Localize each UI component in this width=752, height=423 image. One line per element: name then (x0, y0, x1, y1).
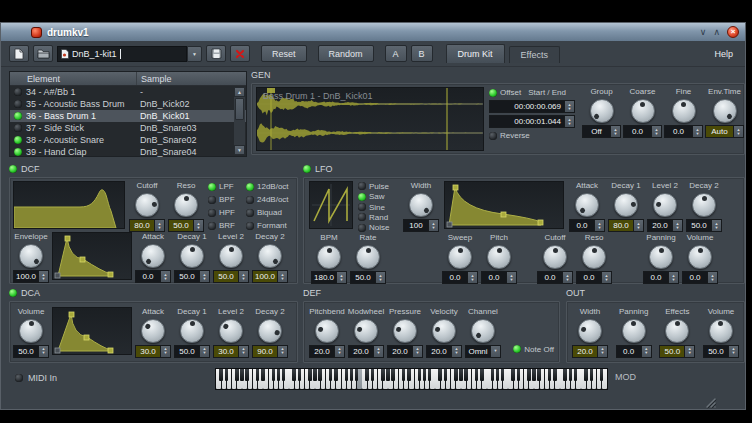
black-key[interactable] (240, 369, 244, 381)
black-key[interactable] (428, 369, 432, 381)
dca-led[interactable] (9, 289, 17, 297)
noise-radio[interactable]: Noise (358, 223, 398, 233)
black-key[interactable] (418, 369, 422, 381)
black-key[interactable] (532, 369, 536, 381)
black-key[interactable] (517, 369, 521, 381)
cutoff-knob[interactable] (135, 193, 159, 217)
spin-buttons[interactable]: ▲▼ (651, 126, 661, 137)
attack-value-field[interactable]: 0.0▲▼ (135, 270, 171, 283)
coarse-knob[interactable] (631, 99, 655, 123)
black-key[interactable] (563, 369, 567, 381)
element-row[interactable]: 37 - Side StickDnB_Snare03 (10, 122, 246, 134)
dcf-led[interactable] (9, 165, 17, 173)
black-key[interactable] (438, 369, 442, 381)
tab-effects[interactable]: Effects (509, 46, 560, 63)
resize-grip[interactable] (704, 396, 717, 409)
width-value-field[interactable]: 100▲▼ (403, 219, 439, 232)
sweep-knob[interactable] (448, 245, 472, 269)
spin-buttons[interactable]: ▲▼ (564, 101, 574, 112)
lfo-envelope-display[interactable] (444, 181, 564, 229)
black-key[interactable] (282, 369, 286, 381)
maximize-button[interactable]: ∧ (713, 28, 720, 37)
spin-buttons[interactable]: ▲▼ (412, 346, 422, 357)
decay-2-value-field[interactable]: 90.0▲▼ (252, 345, 288, 358)
note-off-led[interactable] (513, 345, 521, 353)
black-key[interactable] (329, 369, 333, 381)
minimize-button[interactable]: ∨ (700, 28, 707, 37)
spin-buttons[interactable]: ▲▼ (672, 220, 682, 231)
width-knob[interactable] (578, 319, 602, 343)
bpf-radio[interactable]: BPF (208, 194, 242, 205)
offset-led[interactable] (489, 89, 497, 97)
volume-knob[interactable] (709, 319, 733, 343)
level-2-knob[interactable] (219, 244, 243, 268)
black-key[interactable] (553, 369, 557, 381)
element-row[interactable]: 38 - Acoustic SnareDnB_Snare02 (10, 134, 246, 146)
envelope-knob[interactable] (19, 244, 43, 268)
pressure-value-field[interactable]: 20.0▲▼ (387, 345, 423, 358)
scrollbar-thumb[interactable] (235, 98, 244, 120)
spin-buttons[interactable]: ▲▼ (277, 346, 287, 357)
velocity-value-field[interactable]: 20.0▲▼ (426, 345, 462, 358)
black-key[interactable] (423, 369, 427, 381)
black-key[interactable] (391, 369, 395, 381)
a-button[interactable]: A (385, 45, 407, 62)
black-key[interactable] (261, 369, 265, 381)
spin-buttons[interactable]: ▲▼ (564, 116, 574, 127)
channel-knob[interactable] (471, 319, 495, 343)
group-knob[interactable] (590, 99, 614, 123)
spin-buttons[interactable]: ▲▼ (467, 272, 477, 283)
fine-value-field[interactable]: 0.0▲▼ (664, 125, 703, 138)
black-key[interactable] (496, 369, 500, 381)
spin-buttons[interactable]: ▲▼ (38, 346, 48, 357)
black-key[interactable] (464, 369, 468, 381)
bpm-knob[interactable] (317, 245, 341, 269)
lfo-wave-display[interactable] (309, 181, 353, 229)
width-knob[interactable] (409, 193, 433, 217)
black-key[interactable] (402, 369, 406, 381)
spin-buttons[interactable]: ▲▼ (594, 220, 604, 231)
volume-knob[interactable] (688, 245, 712, 269)
black-key[interactable] (444, 369, 448, 381)
spin-buttons[interactable]: ▲▼ (597, 346, 607, 357)
spin-buttons[interactable]: ▲▼ (728, 346, 738, 357)
black-key[interactable] (235, 369, 239, 381)
reverse-led[interactable] (489, 132, 497, 140)
scroll-down-arrow[interactable]: ▼ (234, 145, 245, 155)
coarse-value-field[interactable]: 0.0▲▼ (623, 125, 662, 138)
black-key[interactable] (318, 369, 322, 381)
decay-1-knob[interactable] (614, 193, 638, 217)
black-key[interactable] (350, 369, 354, 381)
env-time-value-field[interactable]: Auto▲▼ (705, 125, 744, 138)
level-2-value-field[interactable]: 30.0▲▼ (213, 345, 249, 358)
pitch-knob[interactable] (487, 245, 511, 269)
black-key[interactable] (277, 369, 281, 381)
black-key[interactable] (381, 369, 385, 381)
envelope-value-field[interactable]: 100.0▲▼ (13, 270, 49, 283)
column-sample[interactable]: Sample (137, 72, 235, 85)
black-key[interactable] (600, 369, 604, 381)
black-key[interactable] (355, 369, 359, 381)
black-key[interactable] (313, 369, 317, 381)
preset-dropdown-arrow[interactable]: ▼ (187, 46, 202, 62)
element-list-scrollbar[interactable]: ▲ ▼ (234, 87, 245, 155)
sweep-value-field[interactable]: 0.0▲▼ (442, 271, 478, 284)
element-list-header[interactable]: Element Sample (10, 72, 246, 86)
spin-buttons[interactable]: ▲▼ (692, 126, 702, 137)
spin-buttons[interactable]: ▲▼ (336, 272, 346, 283)
black-key[interactable] (308, 369, 312, 381)
attack-knob[interactable] (141, 244, 165, 268)
spin-buttons[interactable]: ▲▼ (707, 272, 717, 283)
spin-buttons[interactable]: ▲▼ (633, 220, 643, 231)
level-2-knob[interactable] (219, 319, 243, 343)
spin-buttons[interactable]: ▲▼ (610, 126, 620, 137)
black-key[interactable] (298, 369, 302, 381)
lfo-led[interactable] (303, 165, 311, 173)
effects-knob[interactable] (665, 319, 689, 343)
element-row[interactable]: 39 - Hand ClapDnB_Snare04 (10, 146, 246, 158)
black-key[interactable] (537, 369, 541, 381)
spin-buttons[interactable]: ▲▼ (38, 271, 48, 282)
group-value-field[interactable]: Off▲▼ (582, 125, 621, 138)
attack-value-field[interactable]: 30.0▲▼ (135, 345, 171, 358)
env-time-knob[interactable] (713, 99, 737, 123)
